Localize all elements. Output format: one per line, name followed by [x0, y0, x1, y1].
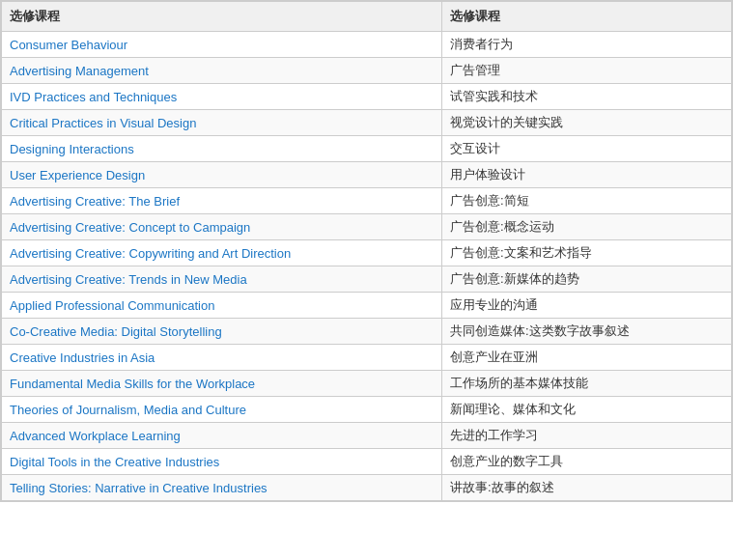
table-row: Advanced Workplace Learning先进的工作学习 — [2, 423, 732, 449]
course-zh: 广告管理 — [442, 58, 732, 84]
course-zh: 共同创造媒体:这类数字故事叙述 — [442, 319, 732, 345]
table-row: Designing Interactions交互设计 — [2, 136, 732, 162]
course-zh: 广告创意:简短 — [442, 188, 732, 214]
course-en[interactable]: Applied Professional Communication — [2, 293, 442, 319]
course-en-link[interactable]: Theories of Journalism, Media and Cultur… — [10, 403, 246, 417]
table-row: Consumer Behaviour消费者行为 — [2, 32, 732, 58]
course-en-link[interactable]: Creative Industries in Asia — [10, 350, 155, 365]
courses-table: 选修课程 选修课程 Consumer Behaviour消费者行为Adverti… — [1, 1, 732, 501]
header-zh: 选修课程 — [442, 2, 732, 32]
course-zh: 视觉设计的关键实践 — [442, 110, 732, 136]
course-zh: 讲故事:故事的叙述 — [442, 475, 732, 501]
table-row: IVD Practices and Techniques试管实践和技术 — [2, 84, 732, 110]
course-zh: 广告创意:文案和艺术指导 — [442, 240, 732, 266]
table-row: Advertising Creative: Trends in New Medi… — [2, 266, 732, 293]
course-en[interactable]: Advertising Creative: The Brief — [2, 188, 442, 214]
table-row: Theories of Journalism, Media and Cultur… — [2, 397, 732, 423]
table-row: Advertising Management广告管理 — [2, 58, 732, 84]
course-en-link[interactable]: Advertising Creative: Trends in New Medi… — [10, 272, 247, 287]
course-en-link[interactable]: Advanced Workplace Learning — [10, 429, 181, 443]
course-zh: 创意产业在亚洲 — [442, 345, 732, 371]
course-en[interactable]: Co-Creative Media: Digital Storytelling — [2, 319, 442, 345]
course-en-link[interactable]: Advertising Creative: Concept to Campaig… — [10, 220, 250, 235]
course-en[interactable]: Advertising Creative: Trends in New Medi… — [2, 266, 442, 293]
table-row: User Experience Design用户体验设计 — [2, 162, 732, 188]
table-row: Fundamental Media Skills for the Workpla… — [2, 371, 732, 397]
course-en[interactable]: Advanced Workplace Learning — [2, 423, 442, 449]
table-row: Telling Stories: Narrative in Creative I… — [2, 475, 732, 501]
course-en-link[interactable]: Fundamental Media Skills for the Workpla… — [10, 377, 255, 391]
table-row: Digital Tools in the Creative Industries… — [2, 449, 732, 475]
course-en-link[interactable]: Advertising Creative: Copywriting and Ar… — [10, 246, 291, 261]
header-en: 选修课程 — [2, 2, 442, 32]
table-row: Applied Professional Communication应用专业的沟… — [2, 293, 732, 319]
course-en-link[interactable]: Digital Tools in the Creative Industries — [10, 455, 219, 469]
course-en-link[interactable]: IVD Practices and Techniques — [10, 90, 177, 104]
course-en[interactable]: Critical Practices in Visual Design — [2, 110, 442, 136]
course-zh: 创意产业的数字工具 — [442, 449, 732, 475]
course-en-link[interactable]: Consumer Behaviour — [10, 38, 127, 52]
course-en[interactable]: Creative Industries in Asia — [2, 345, 442, 371]
course-en-link[interactable]: Critical Practices in Visual Design — [10, 116, 196, 130]
course-zh: 广告创意:新媒体的趋势 — [442, 266, 732, 293]
course-zh: 新闻理论、媒体和文化 — [442, 397, 732, 423]
table-row: Advertising Creative: Copywriting and Ar… — [2, 240, 732, 266]
course-en-link[interactable]: Designing Interactions — [10, 142, 134, 156]
course-en[interactable]: Fundamental Media Skills for the Workpla… — [2, 371, 442, 397]
main-table-container: 选修课程 选修课程 Consumer Behaviour消费者行为Adverti… — [0, 0, 733, 502]
course-zh: 用户体验设计 — [442, 162, 732, 188]
course-en-link[interactable]: Applied Professional Communication — [10, 298, 214, 313]
course-en[interactable]: Advertising Management — [2, 58, 442, 84]
course-zh: 消费者行为 — [442, 32, 732, 58]
course-en[interactable]: Theories of Journalism, Media and Cultur… — [2, 397, 442, 423]
course-zh: 试管实践和技术 — [442, 84, 732, 110]
course-en-link[interactable]: Co-Creative Media: Digital Storytelling — [10, 324, 222, 339]
table-row: Advertising Creative: Concept to Campaig… — [2, 214, 732, 240]
table-row: Co-Creative Media: Digital Storytelling共… — [2, 319, 732, 345]
table-row: Advertising Creative: The Brief广告创意:简短 — [2, 188, 732, 214]
table-row: Creative Industries in Asia创意产业在亚洲 — [2, 345, 732, 371]
course-zh: 交互设计 — [442, 136, 732, 162]
course-en[interactable]: Digital Tools in the Creative Industries — [2, 449, 442, 475]
course-en[interactable]: User Experience Design — [2, 162, 442, 188]
course-en[interactable]: IVD Practices and Techniques — [2, 84, 442, 110]
course-en[interactable]: Designing Interactions — [2, 136, 442, 162]
course-en-link[interactable]: Advertising Creative: The Brief — [10, 194, 180, 209]
course-zh: 工作场所的基本媒体技能 — [442, 371, 732, 397]
course-zh: 应用专业的沟通 — [442, 293, 732, 319]
course-en[interactable]: Advertising Creative: Copywriting and Ar… — [2, 240, 442, 266]
course-en[interactable]: Advertising Creative: Concept to Campaig… — [2, 214, 442, 240]
course-zh: 先进的工作学习 — [442, 423, 732, 449]
course-en[interactable]: Telling Stories: Narrative in Creative I… — [2, 475, 442, 501]
course-en-link[interactable]: Telling Stories: Narrative in Creative I… — [10, 481, 268, 495]
course-en[interactable]: Consumer Behaviour — [2, 32, 442, 58]
course-en-link[interactable]: Advertising Management — [10, 64, 149, 78]
course-en-link[interactable]: User Experience Design — [10, 168, 145, 182]
course-zh: 广告创意:概念运动 — [442, 214, 732, 240]
table-row: Critical Practices in Visual Design视觉设计的… — [2, 110, 732, 136]
